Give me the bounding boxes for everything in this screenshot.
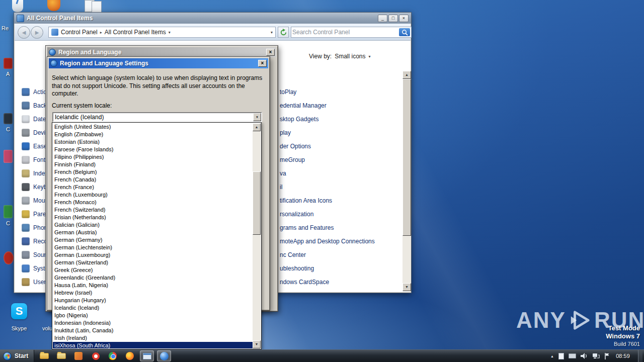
scrollbar-thumb[interactable] — [403, 79, 411, 236]
combobox-dropdown-icon[interactable]: ▼ — [253, 113, 261, 121]
locale-option[interactable]: Estonian (Estonia) — [53, 138, 253, 146]
dialog-titlebar[interactable]: Region and Language Settings × — [49, 58, 268, 68]
scroll-down-icon[interactable]: ▼ — [403, 283, 411, 291]
taskbar-explorer-button[interactable] — [37, 350, 51, 361]
locale-option[interactable]: Hausa (Latin, Nigeria) — [53, 282, 253, 289]
forward-button[interactable]: ▶ — [31, 26, 43, 39]
control-panel-item[interactable]: der Options — [280, 139, 375, 153]
taskbar-clock[interactable]: 08:59 — [614, 353, 631, 359]
locale-option[interactable]: Galician (Galician) — [53, 221, 253, 229]
locale-option[interactable]: German (Austria) — [53, 229, 253, 236]
locale-option[interactable]: French (France) — [53, 184, 253, 191]
control-panel-item[interactable]: play — [280, 126, 375, 139]
desktop-icon-label-fragment[interactable]: Re — [2, 25, 9, 31]
control-panel-item[interactable]: meGroup — [280, 153, 375, 166]
taskbar-explorer-window-button[interactable] — [140, 350, 154, 361]
scrollbar-thumb[interactable] — [253, 171, 261, 235]
view-by-dropdown-icon[interactable]: ▾ — [369, 54, 371, 59]
documents-desktop-icon[interactable] — [85, 0, 105, 13]
tray-keyboard-icon[interactable] — [569, 353, 576, 358]
desktop-icon-fragment[interactable] — [4, 251, 14, 264]
taskbar-opera-button[interactable] — [89, 350, 103, 361]
cup-desktop-icon[interactable] — [12, 0, 23, 12]
control-panel-item[interactable]: tification Area Icons — [280, 194, 375, 207]
locale-option[interactable]: French (Canada) — [53, 176, 253, 184]
locale-option[interactable]: Greenlandic (Greenland) — [53, 274, 253, 282]
locale-option[interactable]: French (Monaco) — [53, 199, 253, 206]
control-panel-item[interactable]: rsonalization — [280, 207, 375, 221]
locale-option[interactable]: Frisian (Netherlands) — [53, 214, 253, 221]
search-button[interactable] — [399, 28, 410, 36]
locale-option[interactable]: Icelandic (Iceland) — [53, 304, 253, 312]
locale-option[interactable]: Indonesian (Indonesia) — [53, 319, 253, 327]
control-panel-item[interactable]: nc Center — [280, 248, 375, 261]
view-by-value[interactable]: Small icons — [335, 53, 365, 60]
scroll-up-icon[interactable]: ▲ — [253, 123, 261, 131]
locale-option[interactable]: Igbo (Nigeria) — [53, 312, 253, 319]
locale-option[interactable]: Irish (Ireland) — [53, 334, 253, 342]
tray-document-icon[interactable] — [558, 353, 564, 359]
dialog-titlebar[interactable]: Region and Language × — [47, 47, 276, 57]
desktop-icon-fragment[interactable] — [4, 150, 13, 163]
locale-option[interactable]: Hungarian (Hungary) — [53, 297, 253, 304]
start-button[interactable]: Start — [0, 350, 34, 362]
locale-option[interactable]: German (Luxembourg) — [53, 251, 253, 259]
locale-option[interactable]: French (Switzerland) — [53, 206, 253, 214]
taskbar-region-dialog-button[interactable] — [157, 350, 171, 361]
refresh-button[interactable] — [278, 27, 289, 38]
close-button[interactable]: × — [266, 49, 275, 56]
window-vertical-scrollbar[interactable]: ▲ ▼ — [403, 71, 411, 291]
scroll-up-icon[interactable]: ▲ — [403, 71, 411, 79]
volume-icon[interactable] — [581, 353, 588, 359]
control-panel-item[interactable]: il — [280, 180, 375, 194]
address-history-dropdown-icon[interactable]: ▾ — [271, 30, 273, 35]
locale-option[interactable]: French (Luxembourg) — [53, 191, 253, 199]
taskbar-libraries-button[interactable] — [54, 350, 68, 361]
locale-option[interactable]: German (Liechtenstein) — [53, 244, 253, 251]
locale-option[interactable]: Hebrew (Israel) — [53, 289, 253, 297]
desktop-icon-label-fragment[interactable]: C — [6, 126, 10, 132]
palette-desktop-icon[interactable] — [47, 0, 60, 11]
desktop-icon-fragment[interactable] — [4, 205, 13, 218]
breadcrumb-root[interactable]: Control Panel — [61, 29, 98, 36]
minimize-button[interactable]: _ — [378, 15, 387, 22]
breadcrumb-dropdown-icon[interactable]: ▾ — [169, 30, 171, 35]
breadcrumb-separator-icon[interactable]: ▸ — [100, 30, 102, 35]
locale-option[interactable]: German (Germany) — [53, 236, 253, 244]
locale-option[interactable]: Faroese (Faroe Islands) — [53, 146, 253, 153]
taskbar-firefox-button[interactable] — [123, 350, 137, 361]
locale-option[interactable]: French (Belgium) — [53, 168, 253, 176]
desktop-icon-label-fragment[interactable]: C — [6, 220, 10, 226]
system-locale-combobox[interactable]: Icelandic (Iceland) ▼ — [52, 112, 262, 122]
control-panel-item[interactable]: toPlay — [280, 85, 375, 99]
desktop-icon-label-fragment[interactable]: A — [6, 71, 10, 77]
back-button[interactable]: ◀ — [18, 26, 30, 39]
taskbar-chrome-button[interactable] — [106, 350, 120, 361]
dropdown-scrollbar[interactable]: ▲ ▼ — [253, 123, 261, 348]
search-input[interactable] — [292, 28, 397, 37]
address-bar[interactable]: Control Panel ▸ All Control Panel Items … — [48, 27, 276, 38]
taskbar-media-button[interactable] — [71, 350, 86, 361]
control-panel-item[interactable]: sktop Gadgets — [280, 112, 375, 126]
locale-option[interactable]: English (United States) — [53, 123, 253, 131]
desktop-icon-fragment[interactable] — [4, 58, 13, 69]
skype-desktop-icon[interactable]: S — [11, 303, 27, 319]
close-button[interactable]: × — [399, 15, 409, 22]
control-panel-item[interactable]: ubleshooting — [280, 261, 375, 275]
locale-option[interactable]: Inuktitut (Latin, Canada) — [53, 327, 253, 334]
control-panel-item[interactable]: ndows CardSpace — [280, 275, 375, 289]
locale-option[interactable]: isiXhosa (South Africa) — [53, 342, 253, 348]
network-icon[interactable] — [592, 353, 600, 359]
control-panel-item[interactable]: moteApp and Desktop Connections — [280, 234, 375, 248]
action-center-flag-icon[interactable] — [604, 353, 610, 359]
locale-option[interactable]: German (Switzerland) — [53, 259, 253, 266]
show-desktop-button[interactable] — [638, 350, 642, 362]
control-panel-item[interactable]: va — [280, 166, 375, 180]
locale-option[interactable]: Finnish (Finland) — [53, 161, 253, 168]
maximize-button[interactable]: □ — [388, 15, 398, 22]
control-panel-item[interactable]: grams and Features — [280, 221, 375, 234]
show-hidden-icons-button[interactable]: ▲ — [550, 354, 554, 358]
breadcrumb-current[interactable]: All Control Panel Items — [105, 29, 166, 36]
locale-option[interactable]: Filipino (Philippines) — [53, 153, 253, 161]
scroll-down-icon[interactable]: ▼ — [253, 340, 261, 348]
